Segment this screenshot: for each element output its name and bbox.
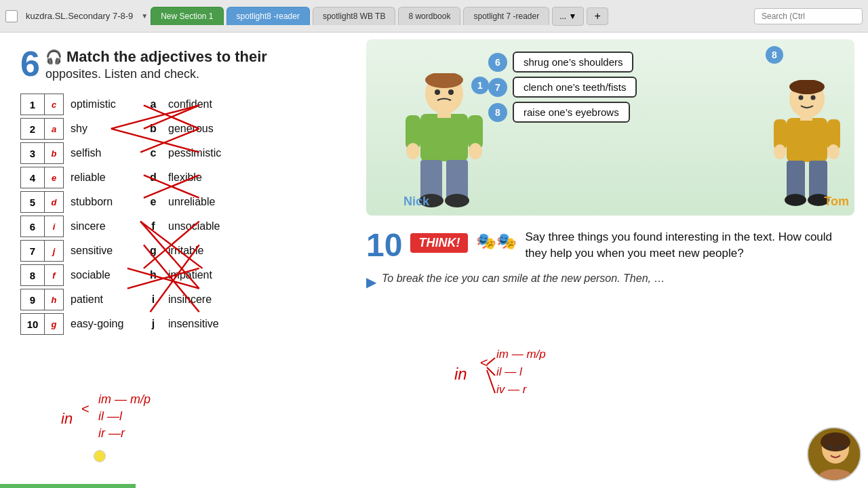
right-word: impatient (161, 269, 212, 281)
svg-rect-42 (800, 115, 812, 121)
table-row: 2 a shy b generous (20, 118, 332, 140)
svg-text:<: < (480, 355, 488, 370)
table-row: 3 b selfish c pessimistic (20, 142, 332, 164)
tab-spotlight7[interactable]: spotlight 7 -reader (463, 7, 549, 25)
svg-text:<: < (81, 401, 90, 416)
right-letter: e (145, 196, 161, 208)
prompt-line: ▶ To break the ice you can smile at the … (366, 272, 854, 290)
answer-box: g (45, 313, 64, 335)
right-word: pessimistic (161, 147, 221, 159)
main-content: 6 🎧 Match the adjectives to their opposi… (0, 33, 868, 488)
exercise10-header: 10 THINK! 🎭🎭 Say three things you found … (366, 229, 854, 262)
search-input[interactable] (754, 8, 863, 24)
svg-line-53 (487, 367, 495, 375)
app-dropdown[interactable]: ▼ (141, 12, 148, 20)
user-avatar (807, 427, 861, 481)
tab-spotlight8-wb[interactable]: spotlight8 WB TB (313, 7, 395, 25)
tab-spotlight8-reader[interactable]: spotlight8 -reader (226, 7, 310, 25)
row-number: 8 (20, 264, 45, 286)
svg-line-54 (487, 370, 495, 393)
table-row: 7 j sensitive g irritable (20, 240, 332, 262)
svg-point-36 (811, 96, 816, 100)
right-letter: a (145, 98, 161, 110)
exercise10-number: 10 (366, 229, 402, 262)
answer-box: j (45, 240, 64, 262)
prefix-handwriting: in < im — m/p il — l iv — r (441, 339, 604, 420)
exercise10-text: Say three things you found interesting i… (525, 229, 854, 262)
right-word: flexible (161, 171, 202, 184)
handwriting-annotations: in < im — m/p il —l ir —r (41, 380, 244, 468)
left-adjective: sensitive (64, 245, 145, 257)
row-number: 9 (20, 289, 45, 310)
right-word: insincere (161, 293, 212, 306)
more-tabs-button[interactable]: ... ▼ (552, 7, 584, 26)
right-word: unsociable (161, 220, 220, 232)
tab-8-wordbook[interactable]: 8 wordbook (398, 7, 460, 25)
table-row: 1 c optimistic a confident (20, 94, 332, 115)
add-tab-button[interactable]: + (587, 7, 608, 25)
phrase-7: clench one’s teeth/fists (513, 77, 637, 98)
answer-box: a (45, 118, 64, 140)
row-number: 3 (20, 142, 45, 164)
svg-point-26 (406, 143, 420, 159)
answer-box: c (45, 94, 64, 115)
phrase-num-6: 6 (488, 53, 507, 72)
exercise6-header: 6 🎧 Match the adjectives to their opposi… (20, 46, 332, 81)
left-adjective: reliable (64, 171, 145, 184)
headphones-icon: 🎧 (45, 49, 62, 64)
char-num-8: 8 (766, 46, 783, 64)
phrase-6: shrug one’s shoulders (513, 52, 633, 73)
svg-point-21 (435, 89, 440, 95)
right-letter: j (145, 318, 161, 330)
right-letter: i (145, 293, 161, 306)
svg-line-52 (487, 358, 495, 365)
right-letter: f (145, 220, 161, 232)
top-bar: kuzdra.SL.Secondary 7-8-9 ▼ New Section … (0, 0, 868, 33)
left-adjective: sociable (64, 269, 145, 281)
right-letter: c (145, 147, 161, 159)
window-icon[interactable] (5, 10, 18, 22)
svg-text:in: in (61, 410, 73, 427)
answer-box: f (45, 264, 64, 286)
answer-box: b (45, 142, 64, 164)
tab-new-section[interactable]: New Section 1 (151, 7, 223, 25)
right-word: generous (161, 123, 214, 135)
table-row: 10 g easy-going j insensitive (20, 313, 332, 335)
svg-text:in: in (454, 365, 467, 383)
row-number: 1 (20, 94, 45, 115)
characters-illustration: Nick (366, 39, 854, 216)
svg-point-59 (829, 445, 833, 449)
tom-label: Tom (824, 195, 849, 209)
table-row: 8 f sociable h impatient (20, 264, 332, 286)
exercise6-number: 6 (20, 46, 40, 81)
svg-text:il —l: il —l (98, 409, 123, 423)
app-title: kuzdra.SL.Secondary 7-8-9 (26, 11, 133, 21)
think-badge: THINK! (410, 233, 468, 253)
phrase-8: raise one’s eyebrows (513, 102, 630, 123)
right-word: insensitive (161, 318, 219, 330)
row-number: 4 (20, 167, 45, 188)
left-panel: 6 🎧 Match the adjectives to their opposi… (0, 33, 353, 488)
right-letter: b (145, 123, 161, 135)
row-number: 6 (20, 216, 45, 237)
svg-point-45 (785, 194, 806, 206)
right-panel: Nick (353, 33, 868, 488)
right-letter: d (145, 171, 161, 184)
svg-text:im — m/p: im — m/p (98, 392, 151, 406)
row-number: 5 (20, 191, 45, 213)
svg-text:im — m/p: im — m/p (496, 348, 546, 361)
right-letter: g (145, 245, 161, 257)
phrases-container: 6 shrug one’s shoulders 7 clench one’s t… (488, 52, 760, 127)
svg-text:iv — r: iv — r (496, 383, 528, 396)
left-adjective: easy-going (64, 318, 145, 330)
answer-box: e (45, 167, 64, 188)
answer-box: h (45, 289, 64, 310)
svg-point-41 (827, 144, 840, 159)
svg-rect-28 (437, 111, 451, 118)
yellow-dot (94, 450, 106, 462)
row-number: 2 (20, 118, 45, 140)
table-row: 6 i sincere f unsociable (20, 216, 332, 237)
left-adjective: sincere (64, 220, 145, 232)
answer-box: d (45, 191, 64, 213)
table-row: 9 h patient i insincere (20, 289, 332, 310)
